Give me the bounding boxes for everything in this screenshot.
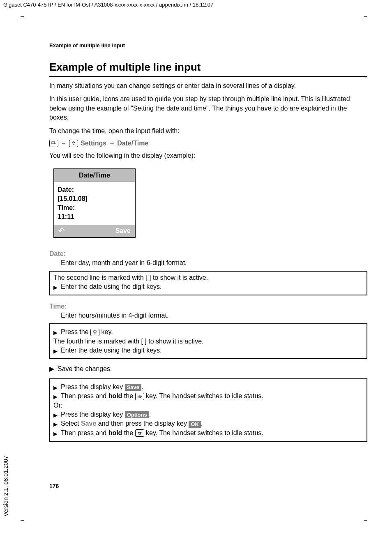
svg-rect-2: [94, 330, 96, 333]
ok-key-badge: OK: [189, 421, 201, 428]
triangle-bullet-icon: ▶: [53, 421, 58, 427]
nav-label-settings: Settings: [81, 140, 106, 147]
step-text: Select Save and then press the display k…: [61, 420, 203, 427]
settings-key-icon: [69, 140, 78, 147]
svg-rect-4: [139, 433, 141, 434]
paragraph: You will see the following in the displa…: [49, 151, 367, 160]
step-text: Press the display key Options.: [61, 411, 151, 418]
triangle-bullet-icon: ▶: [53, 330, 58, 336]
paragraph: In this user guide, icons are used to gu…: [49, 94, 367, 122]
navigation-path: → Settings → Date/Time: [49, 140, 367, 147]
step-item: ▶ Select Save and then press the display…: [53, 420, 363, 427]
version-footer: Version 2.1, 08.01.2007: [2, 456, 9, 516]
end-call-key-icon: [135, 393, 144, 400]
crop-mark: [21, 520, 24, 521]
save-softkey: Save: [115, 227, 131, 235]
page-number: 176: [49, 483, 367, 489]
step-item: ▶ Then press and hold the key. The hands…: [53, 392, 363, 400]
down-key-icon: [90, 329, 99, 336]
field-label-time: Time:: [49, 303, 367, 310]
step-text: Press the key.: [61, 328, 113, 336]
step-item: ▶ Press the display key Save.: [53, 383, 363, 391]
step-save-changes: ▶ Save the changes.: [49, 365, 367, 373]
phone-row-time-label: Time:: [58, 204, 131, 212]
field-label-date: Date:: [49, 250, 367, 258]
end-call-key-icon: [135, 429, 144, 437]
or-text: Or:: [53, 402, 363, 409]
field-desc-date: Enter day, month and year in 6-digit for…: [61, 259, 367, 267]
step-text: Enter the date using the digit keys.: [61, 347, 161, 354]
section-title: Example of multiple line input: [49, 61, 367, 77]
phone-row-time-value: 11:11: [58, 213, 131, 221]
bold-hold: hold: [108, 392, 122, 399]
arrow-right-icon: →: [109, 140, 115, 147]
phone-screen-title: Date/Time: [54, 169, 135, 182]
phone-softkey-bar: ↶ Save: [54, 225, 135, 237]
box-text: The fourth line is marked with [ ] to sh…: [53, 338, 363, 345]
nav-label-datetime: Date/Time: [117, 140, 148, 147]
crop-mark: [364, 520, 367, 521]
header-file-path: Gigaset C470-475 IP / EN for IM-Ost / A3…: [0, 0, 392, 9]
bold-hold: hold: [108, 429, 122, 436]
crop-mark: [21, 16, 24, 17]
phone-row-date-label: Date:: [58, 186, 131, 194]
field-desc-time: Enter hours/minutes in 4-digit format.: [61, 312, 367, 319]
step-item: ▶ Then press and hold the key. The hands…: [53, 429, 363, 437]
svg-rect-0: [52, 142, 55, 144]
running-header: Example of multiple line input: [49, 42, 367, 48]
phone-row-date-value: [15.01.08]: [58, 195, 131, 203]
triangle-bullet-icon: ▶: [53, 394, 58, 400]
triangle-bullet-icon: ▶: [53, 284, 58, 290]
triangle-bullet-icon: ▶: [53, 431, 58, 437]
svg-rect-3: [139, 396, 141, 398]
step-item: ▶ Enter the date using the digit keys.: [53, 347, 363, 354]
crop-mark: [364, 16, 367, 17]
instruction-box-date: The second line is marked with [ ] to sh…: [49, 271, 367, 295]
step-item: ▶ Press the display key Options.: [53, 411, 363, 418]
step-text: Then press and hold the key. The handset…: [61, 392, 263, 400]
instruction-box-save: ▶ Press the display key Save. ▶ Then pre…: [49, 378, 367, 442]
instruction-box-time: ▶ Press the key. The fourth line is mark…: [49, 323, 367, 359]
step-text: Then press and hold the key. The handset…: [61, 429, 263, 437]
triangle-bullet-icon: ▶: [53, 385, 58, 391]
arrow-right-icon: →: [61, 140, 67, 147]
box-text: The second line is marked with [ ] to sh…: [53, 274, 363, 281]
menu-key-icon: [49, 140, 58, 147]
phone-display-example: Date/Time Date: [15.01.08] Time: 11:11 ↶…: [53, 168, 136, 238]
phone-screen-body: Date: [15.01.08] Time: 11:11: [54, 182, 135, 225]
triangle-bullet-icon: ▶: [49, 365, 54, 373]
step-item: ▶ Enter the date using the digit keys.: [53, 283, 363, 290]
svg-point-1: [55, 143, 55, 144]
save-inline: Save: [81, 420, 96, 427]
step-item: ▶ Press the key.: [53, 328, 363, 336]
back-icon: ↶: [58, 226, 65, 235]
paragraph: In many situations you can change settin…: [49, 81, 367, 90]
step-text: Press the display key Save.: [61, 383, 143, 391]
triangle-bullet-icon: ▶: [53, 412, 58, 418]
triangle-bullet-icon: ▶: [53, 348, 58, 354]
options-key-badge: Options: [125, 411, 149, 418]
step-text: Enter the date using the digit keys.: [61, 283, 161, 290]
save-key-badge: Save: [125, 384, 141, 391]
step-text: Save the changes.: [58, 365, 112, 373]
paragraph: To change the time, open the input field…: [49, 127, 367, 136]
